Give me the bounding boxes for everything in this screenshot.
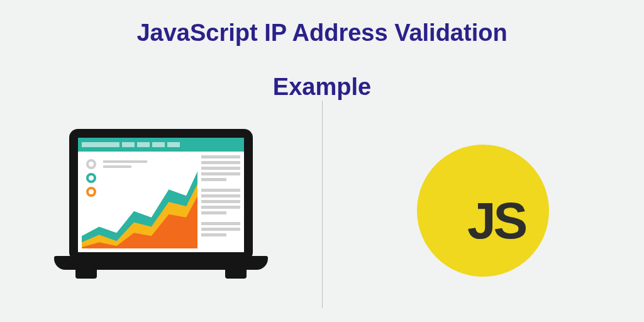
right-panel: JS xyxy=(323,113,645,308)
text-line xyxy=(201,200,240,203)
text-line xyxy=(201,228,240,231)
header-bar xyxy=(137,142,150,147)
laptop-screen xyxy=(78,138,244,252)
text-line xyxy=(201,194,240,197)
text-line xyxy=(201,167,240,170)
laptop-frame xyxy=(69,129,253,261)
text-line xyxy=(201,161,240,164)
javascript-logo-icon: JS xyxy=(417,145,549,277)
text-line xyxy=(201,211,226,214)
screen-chart-area xyxy=(82,155,198,248)
header-bar xyxy=(82,142,119,147)
screen-body xyxy=(78,152,244,252)
screen-header xyxy=(78,138,244,152)
header-bar xyxy=(152,142,165,147)
js-logo-text: JS xyxy=(467,191,525,250)
page-title-line1: JavaScript IP Address Validation xyxy=(0,0,644,48)
laptop-foot xyxy=(225,269,247,279)
left-panel xyxy=(0,113,322,308)
text-line xyxy=(201,178,226,181)
text-line xyxy=(201,172,240,175)
laptop-illustration xyxy=(54,129,268,292)
laptop-base xyxy=(54,256,268,270)
content-row: JS xyxy=(0,113,644,308)
text-line xyxy=(201,206,240,209)
text-line xyxy=(201,233,226,236)
header-bar xyxy=(122,142,135,147)
text-line xyxy=(201,189,240,192)
laptop-foot xyxy=(75,269,97,279)
header-bar xyxy=(167,142,180,147)
page-title-line2: Example xyxy=(0,48,644,101)
area-chart-icon xyxy=(82,155,198,248)
screen-right-column xyxy=(201,155,240,248)
text-line xyxy=(201,222,240,225)
text-line xyxy=(201,155,240,158)
